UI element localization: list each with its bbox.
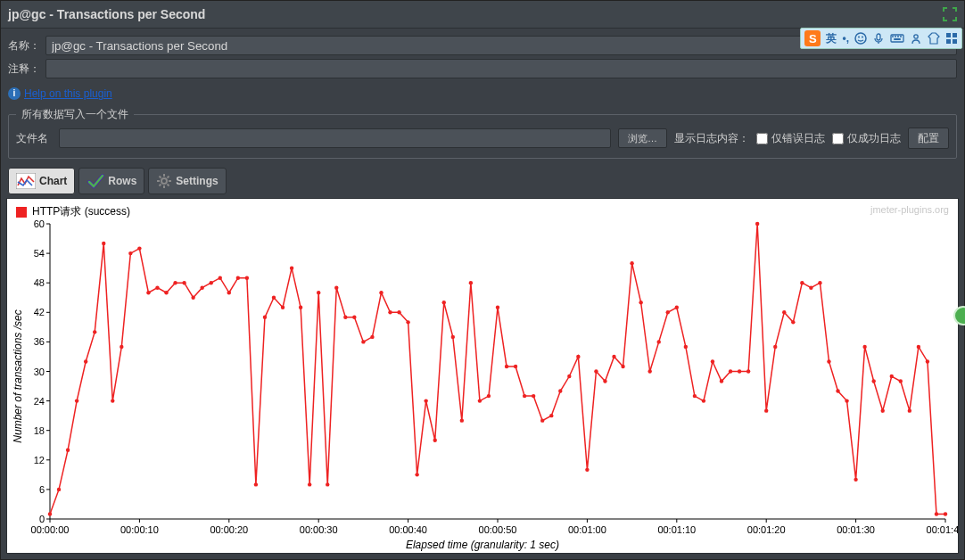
ime-punct-icon[interactable]: •,	[842, 32, 849, 45]
svg-point-111	[406, 320, 409, 324]
svg-rect-14	[953, 39, 957, 44]
svg-text:00:00:10: 00:00:10	[120, 524, 159, 535]
svg-point-171	[944, 512, 947, 515]
configure-button[interactable]: 配置	[908, 128, 949, 149]
svg-point-98	[290, 266, 293, 269]
ime-mic-icon[interactable]	[872, 32, 885, 45]
file-write-legend: 所有数据写入一个文件	[16, 107, 134, 122]
filename-input[interactable]	[59, 128, 611, 148]
svg-point-127	[549, 414, 553, 417]
svg-text:36: 36	[34, 336, 45, 347]
svg-text:00:01:10: 00:01:10	[657, 524, 696, 535]
comment-input[interactable]	[45, 59, 957, 78]
svg-point-91	[227, 291, 231, 294]
only-success-checkbox[interactable]: 仅成功日志	[832, 131, 901, 146]
svg-point-138	[647, 369, 651, 373]
ime-toolbar[interactable]: S 英 •,	[800, 28, 962, 49]
svg-text:00:00:00: 00:00:00	[31, 524, 70, 535]
only-error-checkbox[interactable]: 仅错误日志	[756, 131, 825, 146]
checkmark-icon	[87, 173, 104, 189]
svg-point-160	[845, 399, 848, 402]
svg-rect-3	[877, 34, 880, 40]
svg-point-134	[612, 355, 615, 358]
svg-point-152	[773, 345, 777, 349]
svg-point-145	[711, 359, 714, 363]
tab-settings[interactable]: Settings	[148, 168, 226, 194]
svg-point-1	[858, 37, 860, 38]
browse-button[interactable]: 浏览…	[618, 128, 667, 148]
svg-point-131	[585, 468, 589, 472]
svg-point-153	[782, 310, 786, 314]
svg-text:24: 24	[34, 396, 45, 407]
svg-point-71	[48, 512, 52, 515]
tab-chart[interactable]: Chart	[8, 168, 75, 194]
svg-point-148	[738, 369, 741, 373]
ime-emoji-icon[interactable]	[854, 32, 867, 45]
svg-point-99	[299, 306, 302, 309]
ime-keyboard-icon[interactable]	[890, 32, 904, 45]
svg-point-132	[594, 369, 598, 373]
svg-point-136	[630, 261, 633, 265]
svg-point-150	[755, 222, 759, 226]
help-link[interactable]: Help on this plugin	[24, 87, 112, 100]
ime-skin-icon[interactable]	[928, 32, 940, 45]
svg-point-84	[164, 291, 168, 294]
svg-point-147	[729, 369, 732, 373]
svg-point-103	[334, 286, 338, 290]
svg-point-141	[675, 306, 679, 309]
svg-point-156	[809, 286, 812, 290]
filename-label: 文件名	[16, 131, 52, 146]
svg-point-170	[935, 512, 938, 515]
svg-point-94	[254, 482, 258, 486]
svg-point-95	[263, 316, 267, 319]
ime-lang[interactable]: 英	[826, 31, 837, 46]
tab-rows[interactable]: Rows	[78, 168, 144, 194]
svg-text:48: 48	[34, 277, 45, 288]
svg-text:18: 18	[34, 425, 45, 436]
svg-point-74	[75, 399, 78, 402]
svg-text:42: 42	[34, 307, 45, 317]
svg-point-159	[836, 389, 839, 392]
svg-point-139	[657, 340, 661, 343]
svg-point-78	[111, 399, 114, 402]
ime-person-icon[interactable]	[910, 32, 922, 45]
svg-point-151	[764, 408, 768, 412]
svg-point-85	[173, 281, 177, 284]
svg-text:00:00:40: 00:00:40	[389, 524, 427, 535]
svg-point-79	[120, 345, 123, 349]
svg-point-122	[505, 365, 508, 368]
svg-text:00:01:40: 00:01:40	[927, 524, 958, 535]
title-bar: jp@gc - Transactions per Second	[1, 1, 964, 29]
svg-point-120	[487, 394, 491, 398]
svg-point-116	[451, 335, 455, 339]
svg-rect-13	[946, 39, 951, 44]
svg-point-169	[926, 359, 929, 363]
svg-point-117	[460, 418, 464, 422]
svg-text:54: 54	[34, 248, 45, 259]
svg-point-157	[818, 281, 821, 284]
svg-text:00:00:30: 00:00:30	[300, 524, 338, 535]
svg-point-118	[469, 281, 473, 284]
svg-point-77	[102, 242, 105, 245]
tab-chart-label: Chart	[39, 175, 67, 187]
expand-icon[interactable]	[943, 7, 957, 21]
svg-point-104	[343, 316, 347, 319]
svg-point-166	[899, 379, 903, 383]
file-write-fieldset: 所有数据写入一个文件 文件名 浏览… 显示日志内容： 仅错误日志 仅成功日志 配…	[8, 107, 957, 159]
svg-point-164	[881, 408, 885, 412]
svg-point-162	[862, 345, 866, 349]
window-title: jp@gc - Transactions per Second	[8, 7, 205, 21]
svg-line-24	[160, 185, 161, 186]
svg-point-119	[478, 399, 482, 402]
svg-point-109	[388, 310, 392, 314]
svg-point-165	[890, 375, 894, 378]
name-label: 名称：	[8, 38, 45, 54]
svg-line-21	[160, 177, 161, 178]
ime-toolbox-icon[interactable]	[945, 32, 958, 45]
svg-point-96	[272, 296, 276, 300]
chart-svg: 0612182430364248546000:00:0000:00:1000:0…	[7, 199, 958, 553]
svg-point-72	[57, 488, 61, 491]
svg-point-167	[908, 408, 911, 412]
gear-icon	[156, 173, 172, 189]
svg-point-129	[567, 375, 571, 378]
